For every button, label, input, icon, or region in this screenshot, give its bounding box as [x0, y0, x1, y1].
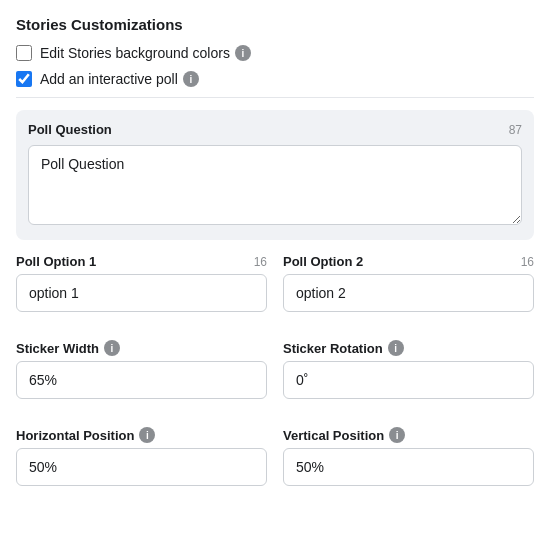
- vertical-position-info-icon[interactable]: i: [389, 427, 405, 443]
- sticker-rotation-group: Sticker Rotation i: [283, 340, 534, 399]
- vertical-position-label-row: Vertical Position i: [283, 427, 534, 443]
- poll-option2-group: Poll Option 2 16: [283, 254, 534, 312]
- sticker-rotation-info-icon[interactable]: i: [388, 340, 404, 356]
- poll-question-label: Poll Question: [28, 122, 112, 137]
- poll-option2-label-row: Poll Option 2 16: [283, 254, 534, 269]
- poll-option2-label: Poll Option 2: [283, 254, 363, 269]
- sticker-rotation-label: Sticker Rotation i: [283, 340, 404, 356]
- poll-option1-label-row: Poll Option 1 16: [16, 254, 267, 269]
- horizontal-position-label-row: Horizontal Position i: [16, 427, 267, 443]
- position-row: Horizontal Position i Vertical Position …: [16, 427, 534, 500]
- poll-question-header: Poll Question 87: [28, 122, 522, 137]
- poll-row: Add an interactive poll i: [16, 71, 534, 87]
- poll-option2-char-count: 16: [521, 255, 534, 269]
- sticker-row: Sticker Width i Sticker Rotation i: [16, 340, 534, 413]
- sticker-rotation-input[interactable]: [283, 361, 534, 399]
- poll-question-char-count: 87: [509, 123, 522, 137]
- sticker-width-info-icon[interactable]: i: [104, 340, 120, 356]
- sticker-rotation-label-row: Sticker Rotation i: [283, 340, 534, 356]
- section-title: Stories Customizations: [16, 16, 534, 33]
- poll-option1-group: Poll Option 1 16: [16, 254, 267, 312]
- poll-checkbox[interactable]: [16, 71, 32, 87]
- sticker-width-group: Sticker Width i: [16, 340, 267, 399]
- poll-option1-label: Poll Option 1: [16, 254, 96, 269]
- vertical-position-label: Vertical Position i: [283, 427, 405, 443]
- horizontal-position-info-icon[interactable]: i: [139, 427, 155, 443]
- poll-question-input[interactable]: [28, 145, 522, 225]
- poll-question-section: Poll Question 87: [16, 110, 534, 240]
- poll-option1-char-count: 16: [254, 255, 267, 269]
- divider: [16, 97, 534, 98]
- bg-colors-label[interactable]: Edit Stories background colors i: [40, 45, 251, 61]
- poll-option2-input[interactable]: [283, 274, 534, 312]
- vertical-position-group: Vertical Position i: [283, 427, 534, 486]
- poll-option1-input[interactable]: [16, 274, 267, 312]
- sticker-width-input[interactable]: [16, 361, 267, 399]
- horizontal-position-group: Horizontal Position i: [16, 427, 267, 486]
- poll-info-icon[interactable]: i: [183, 71, 199, 87]
- poll-options-row: Poll Option 1 16 Poll Option 2 16: [16, 254, 534, 326]
- sticker-width-label: Sticker Width i: [16, 340, 120, 356]
- sticker-width-label-row: Sticker Width i: [16, 340, 267, 356]
- vertical-position-input[interactable]: [283, 448, 534, 486]
- horizontal-position-label: Horizontal Position i: [16, 427, 155, 443]
- poll-label[interactable]: Add an interactive poll i: [40, 71, 199, 87]
- horizontal-position-input[interactable]: [16, 448, 267, 486]
- bg-colors-row: Edit Stories background colors i: [16, 45, 534, 61]
- bg-colors-checkbox[interactable]: [16, 45, 32, 61]
- bg-colors-info-icon[interactable]: i: [235, 45, 251, 61]
